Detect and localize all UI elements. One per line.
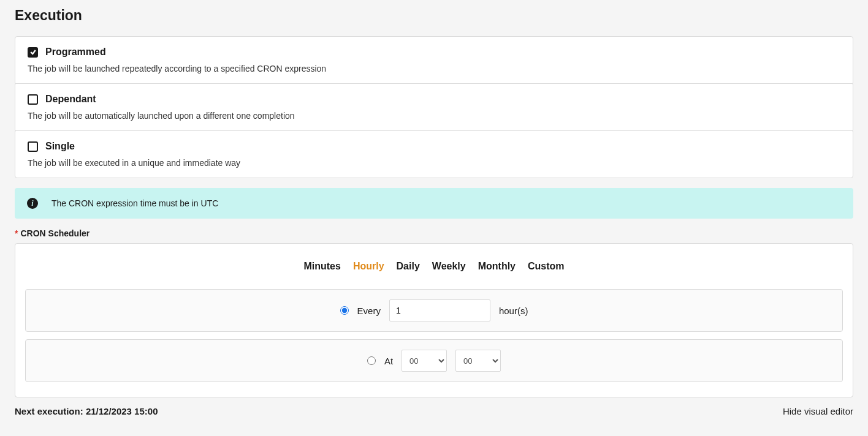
- tab-custom[interactable]: Custom: [528, 258, 565, 274]
- scheduler-box: Minutes Hourly Daily Weekly Monthly Cust…: [15, 243, 853, 397]
- option-card-programmed[interactable]: Programmed The job will be launched repe…: [15, 36, 853, 84]
- tab-minutes[interactable]: Minutes: [303, 258, 340, 274]
- radio-every[interactable]: [340, 306, 349, 315]
- required-mark: *: [15, 228, 18, 238]
- every-suffix: hour(s): [499, 306, 528, 316]
- every-label: Every: [357, 306, 381, 316]
- option-label-programmed: Programmed: [45, 47, 106, 58]
- option-label-single: Single: [45, 141, 75, 152]
- checkbox-programmed[interactable]: [28, 47, 38, 58]
- execution-options-group: Programmed The job will be launched repe…: [15, 36, 853, 178]
- alert-text: The CRON expression time must be in UTC: [51, 198, 218, 208]
- hide-visual-editor-link[interactable]: Hide visual editor: [783, 406, 853, 416]
- next-exec-label: Next execution:: [15, 406, 86, 416]
- option-card-single[interactable]: Single The job will be executed in a uni…: [15, 130, 853, 178]
- checkbox-single[interactable]: [28, 141, 38, 152]
- option-desc-single: The job will be executed in a unique and…: [28, 158, 840, 168]
- next-exec-value: 21/12/2023 15:00: [86, 406, 158, 416]
- info-icon: i: [27, 198, 38, 209]
- every-input[interactable]: [389, 299, 490, 321]
- next-execution: Next execution: 21/12/2023 15:00: [15, 406, 158, 416]
- option-desc-dependant: The job will be automatically launched u…: [28, 111, 840, 121]
- option-card-dependant[interactable]: Dependant The job will be automatically …: [15, 83, 853, 131]
- at-hour-select[interactable]: 00: [402, 350, 447, 372]
- tab-daily[interactable]: Daily: [397, 258, 420, 274]
- checkbox-dependant[interactable]: [28, 94, 38, 105]
- option-desc-programmed: The job will be launched repeatedly acco…: [28, 64, 840, 73]
- page-title: Execution: [15, 7, 853, 24]
- option-label-dependant: Dependant: [45, 94, 96, 105]
- tab-monthly[interactable]: Monthly: [478, 258, 516, 274]
- scheduler-field-label: *CRON Scheduler: [15, 228, 853, 238]
- tab-hourly[interactable]: Hourly: [353, 258, 384, 274]
- sched-option-every: Every hour(s): [25, 289, 843, 332]
- footer-row: Next execution: 21/12/2023 15:00 Hide vi…: [15, 406, 853, 416]
- alert-utc: i The CRON expression time must be in UT…: [15, 188, 853, 219]
- tab-weekly[interactable]: Weekly: [432, 258, 466, 274]
- radio-at[interactable]: [367, 356, 376, 365]
- scheduler-tabs: Minutes Hourly Daily Weekly Monthly Cust…: [25, 258, 843, 274]
- check-icon: [29, 48, 37, 56]
- at-label: At: [384, 356, 393, 366]
- at-minute-select[interactable]: 00: [455, 350, 501, 372]
- scheduler-label-text: CRON Scheduler: [20, 228, 89, 238]
- sched-option-at: At 00 00: [25, 339, 843, 382]
